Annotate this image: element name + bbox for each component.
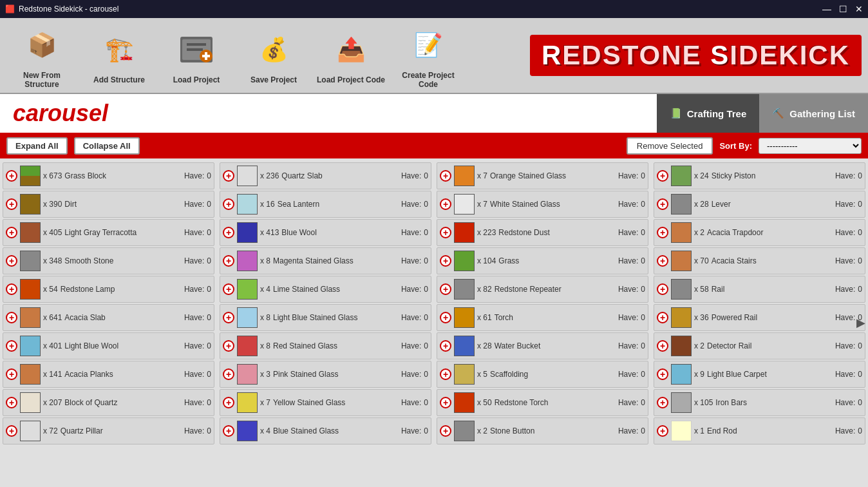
add-item-button[interactable]: + [657,198,668,210]
add-item-button[interactable]: + [223,368,234,380]
item-name: Redstone Repeater [495,285,616,294]
item-have-label: Have: [401,313,421,322]
add-item-button[interactable]: + [657,425,668,437]
item-icon [671,166,692,186]
item-icon [20,166,41,186]
add-item-button[interactable]: + [6,227,17,238]
expand-all-button[interactable]: Expand All [6,137,68,155]
add-item-button[interactable]: + [6,397,17,408]
add-item-button[interactable]: + [440,198,451,210]
add-item-button[interactable]: + [657,227,668,238]
add-item-button[interactable]: + [223,198,234,210]
add-item-button[interactable]: + [657,340,668,352]
add-item-button[interactable]: + [440,397,451,408]
item-name: Scaffolding [490,370,616,379]
item-have-label: Have: [835,200,855,209]
add-item-button[interactable]: + [440,227,451,238]
add-item-button[interactable]: + [440,425,451,437]
header-buttons: 📗 Crafting Tree ⛏️ Gathering List [657,94,868,133]
add-item-button[interactable]: + [657,368,668,380]
list-item: + x 673 Grass Block Have: 0 [3,162,214,189]
item-have-value: 0 [207,285,211,294]
crafting-tree-button[interactable]: 📗 Crafting Tree [657,94,760,133]
add-item-button[interactable]: + [6,425,17,437]
close-button[interactable]: ✕ [855,4,863,14]
add-item-button[interactable]: + [657,283,668,295]
logo: REDSTONE SIDEKICK [530,35,862,76]
item-have-value: 0 [424,398,428,407]
add-item-button[interactable]: + [440,283,451,295]
new-from-structure-button[interactable]: 📦 New From Structure [6,22,77,90]
load-project-button[interactable]: Load Project [161,26,232,84]
item-have-label: Have: [401,370,421,379]
add-item-button[interactable]: + [657,255,668,267]
add-item-button[interactable]: + [6,312,17,323]
maximize-button[interactable]: ☐ [839,4,847,14]
item-count: x 413 [260,228,279,237]
add-item-button[interactable]: + [657,170,668,182]
item-icon [454,392,475,413]
item-have-value: 0 [207,256,211,265]
save-project-button[interactable]: 💰 Save Project [238,26,309,84]
add-item-button[interactable]: + [6,283,17,295]
item-icon [20,336,41,356]
column-2: + x 236 Quartz Slab Have: 0 + x 16 Sea L… [217,161,434,484]
add-item-button[interactable]: + [6,255,17,267]
item-have-label: Have: [618,200,638,209]
add-item-button[interactable]: + [6,170,17,182]
list-item: + x 207 Block of Quartz Have: 0 [3,389,214,416]
add-item-button[interactable]: + [6,198,17,210]
add-item-button[interactable]: + [223,397,234,408]
item-have-label: Have: [618,285,638,294]
item-have-label: Have: [184,370,204,379]
load-project-label: Load Project [173,75,220,84]
list-item: + x 58 Rail Have: 0 [654,276,865,303]
add-item-button[interactable]: + [223,170,234,182]
collapse-all-button[interactable]: Collapse All [74,137,140,155]
item-have-value: 0 [424,313,428,322]
minimize-button[interactable]: — [822,4,831,14]
add-item-button[interactable]: + [657,312,668,323]
item-have-label: Have: [835,341,855,350]
add-item-button[interactable]: + [6,368,17,380]
add-item-button[interactable]: + [440,368,451,380]
load-project-code-button[interactable]: 📤 Load Project Code [316,26,386,84]
add-structure-button[interactable]: 🏗️ Add Structure [84,26,155,84]
sort-by-select[interactable]: ----------- Name (A-Z) Name (Z-A) Count … [759,138,862,154]
list-item: + x 5 Scaffolding Have: 0 [437,361,648,388]
list-item: + x 405 Light Gray Terracotta Have: 0 [3,219,214,246]
add-item-button[interactable]: + [6,340,17,352]
svg-rect-2 [187,43,206,46]
add-item-button[interactable]: + [657,397,668,408]
item-name: Blue Stained Glass [273,426,399,435]
item-name: Dirt [64,200,182,209]
add-item-button[interactable]: + [223,425,234,437]
header-section: carousel 📗 Crafting Tree ⛏️ Gathering Li… [0,94,868,133]
gathering-list-button[interactable]: ⛏️ Gathering List [759,94,868,133]
item-name: Block of Quartz [64,398,182,407]
add-item-button[interactable]: + [223,227,234,238]
create-project-code-button[interactable]: 📝 Create Project Code [393,22,464,90]
item-have-value: 0 [207,341,211,350]
add-item-button[interactable]: + [440,340,451,352]
item-count: x 236 [260,171,279,180]
add-item-button[interactable]: + [440,312,451,323]
list-item: + x 36 Powered Rail Have: 0 [654,304,865,331]
new-from-structure-icon: 📦 [19,22,65,68]
add-item-button[interactable]: + [223,340,234,352]
add-item-button[interactable]: + [223,283,234,295]
list-item: + x 3 Pink Stained Glass Have: 0 [220,361,431,388]
item-have-label: Have: [184,200,204,209]
item-have-label: Have: [184,256,204,265]
add-item-button[interactable]: + [440,255,451,267]
item-count: x 7 [477,200,487,209]
add-item-button[interactable]: + [223,312,234,323]
main-content: + x 673 Grass Block Have: 0 + x 390 Dirt… [0,158,868,487]
remove-selected-button[interactable]: Remove Selected [627,137,713,155]
add-item-button[interactable]: + [440,170,451,182]
item-have-label: Have: [618,341,638,350]
item-name: Light Blue Stained Glass [273,313,399,322]
item-name: Powered Rail [712,313,833,322]
item-name: Acacia Stairs [712,256,833,265]
add-item-button[interactable]: + [223,255,234,267]
